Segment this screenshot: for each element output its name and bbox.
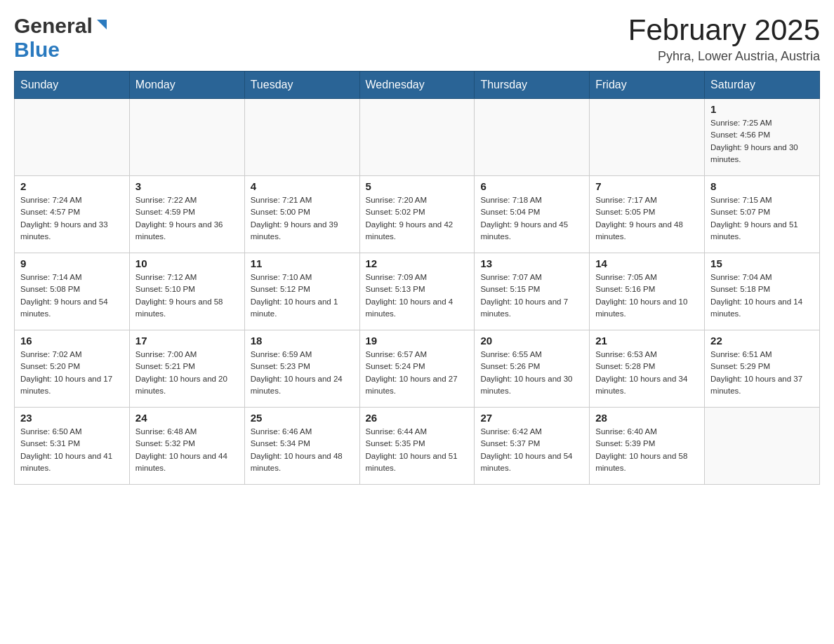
calendar-cell: 20Sunrise: 6:55 AMSunset: 5:26 PMDayligh…	[475, 330, 590, 408]
day-info: Sunrise: 7:25 AMSunset: 4:56 PMDaylight:…	[710, 117, 814, 166]
calendar-cell	[475, 99, 590, 176]
calendar-cell	[129, 99, 244, 176]
week-row-4: 16Sunrise: 7:02 AMSunset: 5:20 PMDayligh…	[15, 330, 820, 408]
calendar-cell: 25Sunrise: 6:46 AMSunset: 5:34 PMDayligh…	[244, 408, 359, 485]
calendar-cell: 28Sunrise: 6:40 AMSunset: 5:39 PMDayligh…	[590, 408, 705, 485]
day-info: Sunrise: 6:55 AMSunset: 5:26 PMDaylight:…	[480, 349, 583, 397]
day-info: Sunrise: 7:24 AMSunset: 4:57 PMDaylight:…	[20, 194, 124, 243]
day-number: 17	[135, 335, 239, 347]
day-info: Sunrise: 7:14 AMSunset: 5:08 PMDaylight:…	[20, 271, 124, 320]
day-number: 19	[366, 335, 469, 347]
calendar-cell: 22Sunrise: 6:51 AMSunset: 5:29 PMDayligh…	[705, 330, 820, 408]
day-info: Sunrise: 7:09 AMSunset: 5:13 PMDaylight:…	[366, 271, 469, 320]
calendar-cell: 12Sunrise: 7:09 AMSunset: 5:13 PMDayligh…	[359, 253, 475, 330]
day-number: 28	[595, 412, 699, 424]
day-number: 16	[20, 335, 124, 347]
weekday-header-tuesday: Tuesday	[244, 72, 359, 99]
logo-arrow-icon	[94, 17, 110, 35]
calendar-cell: 15Sunrise: 7:04 AMSunset: 5:18 PMDayligh…	[705, 253, 820, 330]
day-info: Sunrise: 7:12 AMSunset: 5:10 PMDaylight:…	[135, 271, 239, 320]
day-number: 23	[20, 412, 124, 424]
weekday-header-sunday: Sunday	[15, 72, 130, 99]
calendar-cell	[705, 408, 820, 485]
week-row-5: 23Sunrise: 6:50 AMSunset: 5:31 PMDayligh…	[15, 408, 820, 485]
calendar-cell: 21Sunrise: 6:53 AMSunset: 5:28 PMDayligh…	[590, 330, 705, 408]
day-info: Sunrise: 7:10 AMSunset: 5:12 PMDaylight:…	[251, 271, 354, 320]
location-text: Pyhra, Lower Austria, Austria	[628, 49, 820, 64]
day-number: 14	[595, 257, 699, 269]
logo-blue-text: Blue	[14, 38, 60, 61]
day-info: Sunrise: 7:17 AMSunset: 5:05 PMDaylight:…	[595, 194, 699, 243]
calendar-cell: 7Sunrise: 7:17 AMSunset: 5:05 PMDaylight…	[590, 176, 705, 253]
day-number: 4	[251, 180, 354, 192]
day-number: 5	[366, 180, 469, 192]
day-number: 11	[251, 257, 354, 269]
calendar-cell: 2Sunrise: 7:24 AMSunset: 4:57 PMDaylight…	[15, 176, 130, 253]
day-number: 15	[710, 257, 814, 269]
calendar-cell: 17Sunrise: 7:00 AMSunset: 5:21 PMDayligh…	[129, 330, 244, 408]
month-title: February 2025	[628, 14, 820, 46]
day-info: Sunrise: 7:22 AMSunset: 4:59 PMDaylight:…	[135, 194, 239, 243]
day-number: 20	[480, 335, 583, 347]
calendar-cell: 8Sunrise: 7:15 AMSunset: 5:07 PMDaylight…	[705, 176, 820, 253]
day-info: Sunrise: 6:59 AMSunset: 5:23 PMDaylight:…	[251, 349, 354, 397]
title-section: February 2025 Pyhra, Lower Austria, Aust…	[628, 14, 820, 64]
day-number: 25	[251, 412, 354, 424]
calendar-cell: 11Sunrise: 7:10 AMSunset: 5:12 PMDayligh…	[244, 253, 359, 330]
weekday-header-thursday: Thursday	[475, 72, 590, 99]
day-info: Sunrise: 6:51 AMSunset: 5:29 PMDaylight:…	[710, 349, 814, 397]
day-number: 18	[251, 335, 354, 347]
day-info: Sunrise: 6:50 AMSunset: 5:31 PMDaylight:…	[20, 426, 124, 474]
day-number: 21	[595, 335, 699, 347]
day-number: 1	[710, 103, 814, 115]
day-number: 7	[595, 180, 699, 192]
day-info: Sunrise: 6:42 AMSunset: 5:37 PMDaylight:…	[480, 426, 583, 474]
calendar-cell: 13Sunrise: 7:07 AMSunset: 5:15 PMDayligh…	[475, 253, 590, 330]
svg-marker-0	[97, 20, 107, 29]
day-number: 22	[710, 335, 814, 347]
day-info: Sunrise: 7:04 AMSunset: 5:18 PMDaylight:…	[710, 271, 814, 320]
calendar-cell: 14Sunrise: 7:05 AMSunset: 5:16 PMDayligh…	[590, 253, 705, 330]
calendar-table: SundayMondayTuesdayWednesdayThursdayFrid…	[14, 71, 820, 485]
day-number: 8	[710, 180, 814, 192]
day-number: 24	[135, 412, 239, 424]
calendar-cell: 9Sunrise: 7:14 AMSunset: 5:08 PMDaylight…	[15, 253, 130, 330]
calendar-cell: 16Sunrise: 7:02 AMSunset: 5:20 PMDayligh…	[15, 330, 130, 408]
calendar-cell: 26Sunrise: 6:44 AMSunset: 5:35 PMDayligh…	[359, 408, 475, 485]
calendar-cell: 10Sunrise: 7:12 AMSunset: 5:10 PMDayligh…	[129, 253, 244, 330]
weekday-header-friday: Friday	[590, 72, 705, 99]
day-number: 26	[366, 412, 469, 424]
day-info: Sunrise: 7:20 AMSunset: 5:02 PMDaylight:…	[366, 194, 469, 243]
calendar-cell: 6Sunrise: 7:18 AMSunset: 5:04 PMDaylight…	[475, 176, 590, 253]
logo: General Blue	[14, 14, 110, 62]
calendar-cell: 23Sunrise: 6:50 AMSunset: 5:31 PMDayligh…	[15, 408, 130, 485]
weekday-header-row: SundayMondayTuesdayWednesdayThursdayFrid…	[15, 72, 820, 99]
day-info: Sunrise: 7:02 AMSunset: 5:20 PMDaylight:…	[20, 349, 124, 397]
weekday-header-saturday: Saturday	[705, 72, 820, 99]
day-info: Sunrise: 6:57 AMSunset: 5:24 PMDaylight:…	[366, 349, 469, 397]
calendar-cell	[590, 99, 705, 176]
day-number: 27	[480, 412, 583, 424]
week-row-1: 1Sunrise: 7:25 AMSunset: 4:56 PMDaylight…	[15, 99, 820, 176]
calendar-cell	[15, 99, 130, 176]
day-number: 9	[20, 257, 124, 269]
calendar-cell: 1Sunrise: 7:25 AMSunset: 4:56 PMDaylight…	[705, 99, 820, 176]
week-row-2: 2Sunrise: 7:24 AMSunset: 4:57 PMDaylight…	[15, 176, 820, 253]
calendar-cell	[359, 99, 475, 176]
day-info: Sunrise: 7:18 AMSunset: 5:04 PMDaylight:…	[480, 194, 583, 243]
day-number: 13	[480, 257, 583, 269]
calendar-cell: 4Sunrise: 7:21 AMSunset: 5:00 PMDaylight…	[244, 176, 359, 253]
weekday-header-monday: Monday	[129, 72, 244, 99]
day-number: 10	[135, 257, 239, 269]
page-header: General Blue February 2025 Pyhra, Lower …	[14, 14, 820, 64]
day-info: Sunrise: 6:53 AMSunset: 5:28 PMDaylight:…	[595, 349, 699, 397]
calendar-cell	[244, 99, 359, 176]
day-number: 12	[366, 257, 469, 269]
day-info: Sunrise: 7:05 AMSunset: 5:16 PMDaylight:…	[595, 271, 699, 320]
day-info: Sunrise: 6:44 AMSunset: 5:35 PMDaylight:…	[366, 426, 469, 474]
week-row-3: 9Sunrise: 7:14 AMSunset: 5:08 PMDaylight…	[15, 253, 820, 330]
calendar-cell: 19Sunrise: 6:57 AMSunset: 5:24 PMDayligh…	[359, 330, 475, 408]
day-number: 3	[135, 180, 239, 192]
weekday-header-wednesday: Wednesday	[359, 72, 475, 99]
calendar-cell: 3Sunrise: 7:22 AMSunset: 4:59 PMDaylight…	[129, 176, 244, 253]
